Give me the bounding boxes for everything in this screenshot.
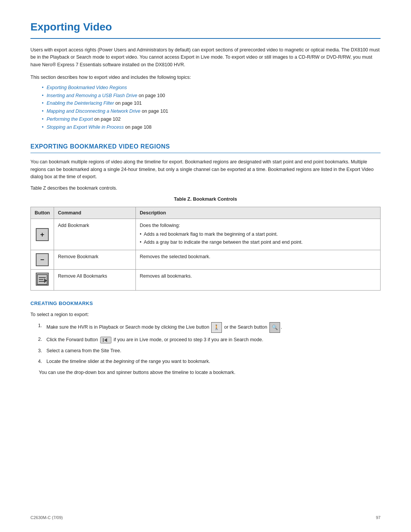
table-row: + Add Bookmark Does the following: Adds … bbox=[31, 219, 381, 250]
table-row: Remove All Bookmarks Removes all bookmar… bbox=[31, 269, 381, 291]
list-item: Adds a red bookmark flag to mark the beg… bbox=[140, 231, 376, 238]
list-item[interactable]: Performing the Export on page 102 bbox=[42, 116, 381, 123]
add-bookmark-desc-list: Adds a red bookmark flag to mark the beg… bbox=[140, 231, 376, 246]
topic-link-6[interactable]: Stopping an Export While in Process bbox=[46, 125, 124, 130]
table-caption: Table Z. Bookmark Controls bbox=[30, 196, 381, 203]
section2-intro: To select a region to export: bbox=[30, 311, 381, 318]
col-header-button: Button bbox=[31, 207, 54, 219]
forward-button-icon bbox=[100, 336, 112, 344]
remove-all-bookmarks-icon bbox=[36, 273, 49, 286]
section2-heading: Creating Bookmarks bbox=[30, 300, 381, 307]
remove-bookmark-icon: − bbox=[36, 253, 49, 266]
footer: C2630M-C (7/09) 97 bbox=[30, 514, 381, 521]
command-cell-add: Add Bookmark bbox=[54, 219, 136, 250]
list-item[interactable]: Stopping an Export While in Process on p… bbox=[42, 124, 381, 131]
topic-list: Exporting Bookmarked Video Regions Inser… bbox=[42, 84, 381, 131]
topic-link-4[interactable]: Mapping and Disconnecting a Network Driv… bbox=[46, 109, 140, 114]
topic-link-5[interactable]: Performing the Export bbox=[46, 117, 93, 122]
step-2: 2. Click the Forward button if you are i… bbox=[38, 336, 381, 344]
footer-right: 97 bbox=[376, 514, 381, 521]
section1-paragraph1: You can bookmark multiple regions of vid… bbox=[30, 158, 381, 181]
col-header-description: Description bbox=[136, 207, 381, 219]
page-title: Exporting Video bbox=[30, 19, 381, 39]
table-intro: Table Z describes the bookmark controls. bbox=[30, 185, 381, 192]
topic-link-2[interactable]: Inserting and Removing a USB Flash Drive bbox=[46, 93, 137, 98]
list-item: Adds a gray bar to indicate the range be… bbox=[140, 239, 376, 246]
description-cell-remove: Removes the selected bookmark. bbox=[136, 250, 381, 269]
search-button-icon: 🔍 bbox=[269, 322, 280, 333]
description-cell-remove-all: Removes all bookmarks. bbox=[136, 269, 381, 291]
list-item[interactable]: Inserting and Removing a USB Flash Drive… bbox=[42, 92, 381, 99]
section1-heading: Exporting Bookmarked Video Regions bbox=[30, 142, 381, 153]
step-1: 1. Make sure the HVR is in Playback or S… bbox=[38, 322, 381, 333]
description-cell-add: Does the following: Adds a red bookmark … bbox=[136, 219, 381, 250]
button-cell-remove-all bbox=[31, 269, 54, 291]
list-item[interactable]: Mapping and Disconnecting a Network Driv… bbox=[42, 108, 381, 115]
command-cell-remove: Remove Bookmark bbox=[54, 250, 136, 269]
steps-list: 1. Make sure the HVR is in Playback or S… bbox=[38, 322, 381, 365]
add-bookmark-icon: + bbox=[36, 228, 49, 241]
topic-link-3[interactable]: Enabling the Deinterlacing Filter bbox=[46, 101, 114, 106]
step4-subtext: You can use the drop-down box and spinne… bbox=[39, 369, 381, 376]
live-button-icon: 🚶 bbox=[211, 322, 222, 333]
button-cell-add: + bbox=[31, 219, 54, 250]
command-cell-remove-all: Remove All Bookmarks bbox=[54, 269, 136, 291]
step-4: 4. Locate the timeline slider at the beg… bbox=[38, 358, 381, 365]
list-item[interactable]: Exporting Bookmarked Video Regions bbox=[42, 84, 381, 91]
step-3: 3. Select a camera from the Site Tree. bbox=[38, 347, 381, 355]
bookmark-controls-table: Button Command Description + Add Bookmar… bbox=[30, 207, 381, 291]
intro-paragraph2: This section describes how to export vid… bbox=[30, 74, 381, 81]
footer-left: C2630M-C (7/09) bbox=[30, 514, 63, 521]
list-item[interactable]: Enabling the Deinterlacing Filter on pag… bbox=[42, 100, 381, 107]
intro-paragraph1: Users with export access rights (Power U… bbox=[30, 46, 381, 69]
italic-beginning: beginning bbox=[114, 359, 134, 364]
table-row: − Remove Bookmark Removes the selected b… bbox=[31, 250, 381, 269]
button-cell-remove: − bbox=[31, 250, 54, 269]
topic-link-1[interactable]: Exporting Bookmarked Video Regions bbox=[46, 85, 127, 90]
col-header-command: Command bbox=[54, 207, 136, 219]
